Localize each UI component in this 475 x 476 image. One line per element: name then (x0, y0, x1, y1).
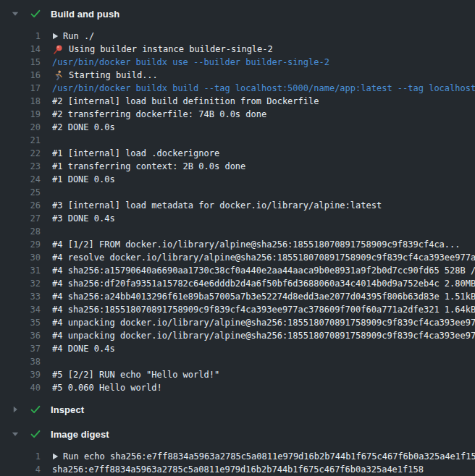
log-line: 34#4 sha256:185518070891758909c9f839cf4c… (0, 303, 475, 316)
section-title: Image digest (51, 429, 109, 440)
log-line: 18#2 [internal] load build definition fr… (0, 95, 475, 108)
log-line-text: #3 DONE 0.4s (52, 212, 115, 225)
line-number-link[interactable]: 4 (0, 463, 41, 476)
log-text: #2 transferring dockerfile: 74B 0.0s don… (52, 108, 266, 121)
line-number-link[interactable]: 25 (0, 186, 41, 199)
line-number-link[interactable]: 35 (0, 316, 41, 329)
line-number-link[interactable]: 31 (0, 264, 41, 277)
chevron-down-icon[interactable] (12, 10, 19, 17)
line-number-link[interactable]: 1 (0, 450, 41, 463)
line-number-link[interactable]: 37 (0, 342, 41, 355)
log-section-image-digest: Image digest1Run echo sha256:e7ff8834a59… (0, 426, 475, 476)
log-line: 26#3 [internal] load metadata for docker… (0, 199, 475, 212)
log-line: 14Using builder instance builder-single-… (0, 43, 475, 56)
log-line: 32#4 sha256:df20fa9351a15782c64e6dddb2d4… (0, 277, 475, 290)
line-number-link[interactable]: 36 (0, 329, 41, 342)
log-text: #4 sha256:185518070891758909c9f839cf4ca3… (52, 303, 475, 316)
chevron-right-icon[interactable] (12, 406, 19, 413)
log-line: 27#3 DONE 0.4s (0, 212, 475, 225)
log-text: #1 transferring context: 2B 0.0s done (52, 160, 245, 173)
log-text: #5 [2/2] RUN echo "Hello world!" (52, 368, 219, 381)
log-text: #4 resolve docker.io/library/alpine@sha2… (52, 251, 475, 264)
line-number-link[interactable]: 34 (0, 303, 41, 316)
check-icon (30, 8, 41, 20)
log-line: 39#5 [2/2] RUN echo "Hello world!" (0, 368, 475, 381)
log-line: 35#4 unpacking docker.io/library/alpine@… (0, 316, 475, 329)
section-title: Inspect (51, 404, 84, 415)
line-number-link[interactable]: 19 (0, 108, 41, 121)
line-number-link[interactable]: 26 (0, 199, 41, 212)
section-body-build-and-push: 1Run ./14Using builder instance builder-… (0, 30, 475, 394)
log-line-text: #5 0.060 Hello world! (52, 381, 162, 394)
log-line: 36#4 unpacking docker.io/library/alpine@… (0, 329, 475, 342)
log-text: Using builder instance builder-single-2 (69, 43, 273, 56)
line-number-link[interactable]: 29 (0, 238, 41, 251)
log-line: 4sha256:e7ff8834a5963a2785c5a0811e979d16… (0, 463, 475, 476)
log-line-text: #5 [2/2] RUN echo "Hello world!" (52, 368, 219, 381)
log-line: 22#1 [internal] load .dockerignore (0, 147, 475, 160)
log-line: 16Starting build... (0, 69, 475, 82)
log-line-text: #3 [internal] load metadata for docker.i… (52, 199, 382, 212)
log-line-text: #1 transferring context: 2B 0.0s done (52, 160, 245, 173)
log-line: 23#1 transferring context: 2B 0.0s done (0, 160, 475, 173)
log-line-text: #4 unpacking docker.io/library/alpine@sh… (52, 329, 475, 342)
log-text: #3 DONE 0.4s (52, 212, 115, 225)
line-number-link[interactable]: 23 (0, 160, 41, 173)
line-number-link[interactable]: 28 (0, 225, 41, 238)
log-text: sha256:e7ff8834a5963a2785c5a0811e979d16b… (52, 463, 424, 476)
log-text: #4 sha256:df20fa9351a15782c64e6dddb2d4a6… (52, 277, 475, 290)
line-number-link[interactable]: 38 (0, 355, 41, 368)
log-line-text: Starting build... (52, 69, 158, 82)
line-number-link[interactable]: 21 (0, 134, 41, 147)
line-number-link[interactable]: 39 (0, 368, 41, 381)
log-command-text: /usr/bin/docker buildx build --tag local… (52, 82, 475, 95)
check-icon (30, 404, 41, 415)
log-text: #4 sha256:a15790640a6690aa1730c38cf0a440… (52, 264, 475, 277)
line-number-link[interactable]: 17 (0, 82, 41, 95)
line-number-link[interactable]: 1 (0, 30, 41, 43)
line-number-link[interactable]: 14 (0, 43, 41, 56)
play-icon (52, 453, 59, 460)
log-line-text: sha256:e7ff8834a5963a2785c5a0811e979d16b… (52, 463, 424, 476)
log-line-text: Using builder instance builder-single-2 (52, 43, 273, 56)
section-header-build-and-push[interactable]: Build and push (0, 0, 475, 22)
log-line: 30#4 resolve docker.io/library/alpine@sh… (0, 251, 475, 264)
line-number-link[interactable]: 18 (0, 95, 41, 108)
line-number-link[interactable]: 24 (0, 173, 41, 186)
log-text: /usr/bin/docker buildx use --builder bui… (52, 56, 329, 69)
line-number-link[interactable]: 40 (0, 381, 41, 394)
section-header-image-digest[interactable]: Image digest (0, 426, 475, 442)
workflow-log-viewer: Build and push1Run ./14Using builder ins… (0, 0, 475, 476)
log-text: Run ./ (63, 30, 94, 43)
log-text: #4 unpacking docker.io/library/alpine@sh… (52, 316, 475, 329)
pushpin-icon (52, 44, 63, 55)
log-line-text: #4 unpacking docker.io/library/alpine@sh… (52, 316, 475, 329)
log-line: 31#4 sha256:a15790640a6690aa1730c38cf0a4… (0, 264, 475, 277)
log-line-text: #4 sha256:185518070891758909c9f839cf4ca3… (52, 303, 475, 316)
log-line: 1Run echo sha256:e7ff8834a5963a2785c5a08… (0, 450, 475, 463)
log-line: 29#4 [1/2] FROM docker.io/library/alpine… (0, 238, 475, 251)
log-line-text: #4 [1/2] FROM docker.io/library/alpine@s… (52, 238, 461, 251)
log-line-text: #4 resolve docker.io/library/alpine@sha2… (52, 251, 475, 264)
chevron-down-icon[interactable] (12, 430, 19, 438)
line-number-link[interactable]: 16 (0, 69, 41, 82)
line-number-link[interactable]: 15 (0, 56, 41, 69)
log-text: #1 [internal] load .dockerignore (52, 147, 219, 160)
log-text: Run echo sha256:e7ff8834a5963a2785c5a081… (63, 450, 475, 463)
log-line: 37#4 DONE 0.4s (0, 342, 475, 355)
line-number-link[interactable]: 33 (0, 290, 41, 303)
log-line-text: #4 sha256:a24bb4013296f61e89ba57005a7b3e… (52, 290, 475, 303)
line-number-link[interactable]: 27 (0, 212, 41, 225)
line-number-link[interactable]: 32 (0, 277, 41, 290)
line-number-link[interactable]: 20 (0, 121, 41, 134)
log-text: #2 [internal] load build definition from… (52, 95, 319, 108)
log-section-build-and-push: Build and push1Run ./14Using builder ins… (0, 0, 475, 394)
line-number-link[interactable]: 22 (0, 147, 41, 160)
log-line: 1Run ./ (0, 30, 475, 43)
line-number-link[interactable]: 30 (0, 251, 41, 264)
log-text: #1 DONE 0.0s (52, 173, 115, 186)
log-text: #5 0.060 Hello world! (52, 381, 162, 394)
section-header-inspect[interactable]: Inspect (0, 401, 475, 417)
log-command-text: /usr/bin/docker buildx use --builder bui… (52, 56, 329, 69)
log-line: 33#4 sha256:a24bb4013296f61e89ba57005a7b… (0, 290, 475, 303)
